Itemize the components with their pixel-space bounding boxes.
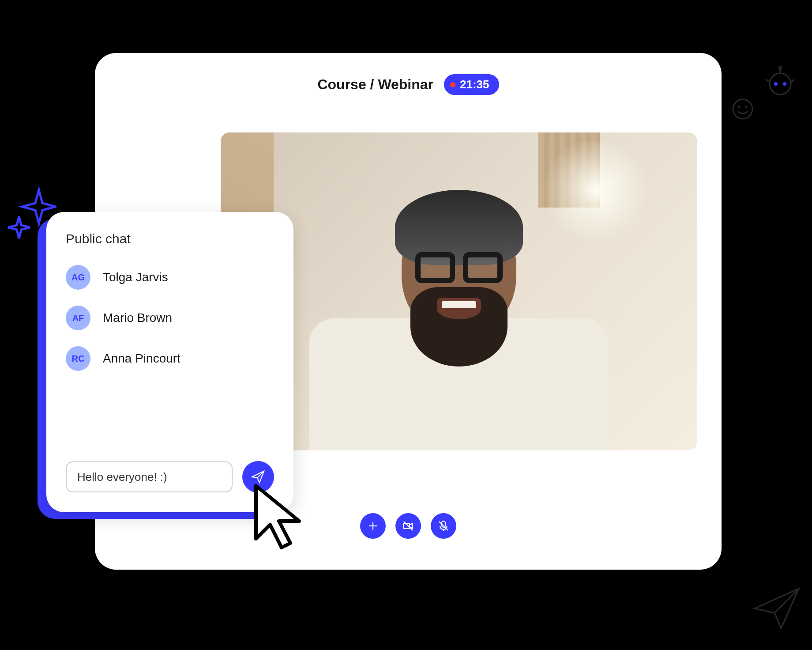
participant-name: Tolga Jarvis xyxy=(103,270,168,284)
call-controls xyxy=(360,513,456,539)
svg-point-2 xyxy=(779,67,782,69)
avatar: AF xyxy=(66,306,90,330)
participant-name: Anna Pincourt xyxy=(103,351,180,366)
participant-row[interactable]: AF Mario Brown xyxy=(66,306,274,330)
chat-compose-row xyxy=(66,461,274,493)
svg-point-7 xyxy=(745,106,748,108)
svg-point-4 xyxy=(783,82,786,86)
add-button[interactable] xyxy=(360,513,386,539)
svg-point-3 xyxy=(774,82,778,86)
avatar: RC xyxy=(66,346,90,371)
recording-dot-icon xyxy=(450,82,455,87)
svg-point-6 xyxy=(738,106,741,108)
svg-point-0 xyxy=(770,73,791,94)
participant-row[interactable]: AG Tolga Jarvis xyxy=(66,265,274,290)
chat-message-input[interactable] xyxy=(66,461,233,492)
recording-timer-badge: 21:35 xyxy=(444,74,499,95)
svg-point-5 xyxy=(733,99,752,119)
camera-off-button[interactable] xyxy=(395,513,421,539)
avatar: AG xyxy=(66,265,90,290)
chat-title: Public chat xyxy=(66,231,274,246)
header: Course / Webinar 21:35 xyxy=(113,74,704,95)
paper-plane-icon xyxy=(750,582,803,637)
bot-icon xyxy=(764,65,796,99)
smiley-icon xyxy=(731,97,755,123)
public-chat-panel: Public chat AG Tolga Jarvis AF Mario Bro… xyxy=(46,212,293,512)
participant-row[interactable]: RC Anna Pincourt xyxy=(66,346,274,371)
participant-name: Mario Brown xyxy=(103,311,172,325)
page-title: Course / Webinar xyxy=(317,76,433,93)
timer-value: 21:35 xyxy=(460,78,489,91)
mic-off-button[interactable] xyxy=(431,513,456,539)
send-message-button[interactable] xyxy=(242,461,274,493)
